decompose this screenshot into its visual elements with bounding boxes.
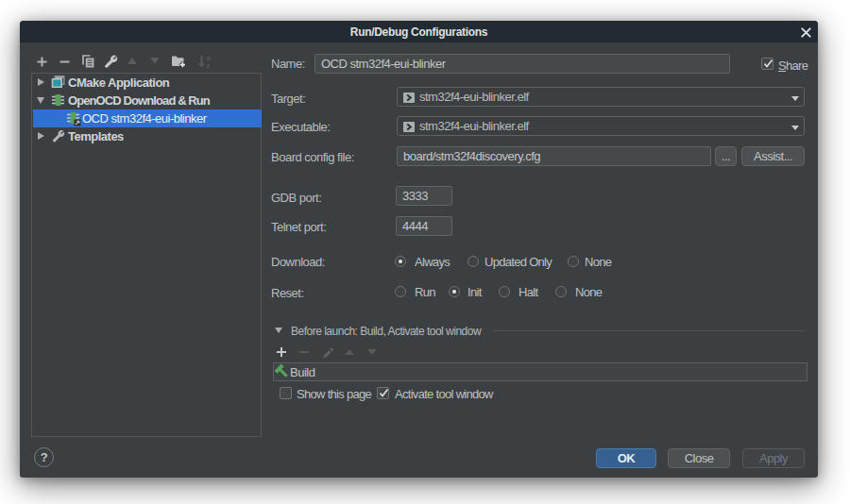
svg-text:z: z xyxy=(207,61,211,69)
